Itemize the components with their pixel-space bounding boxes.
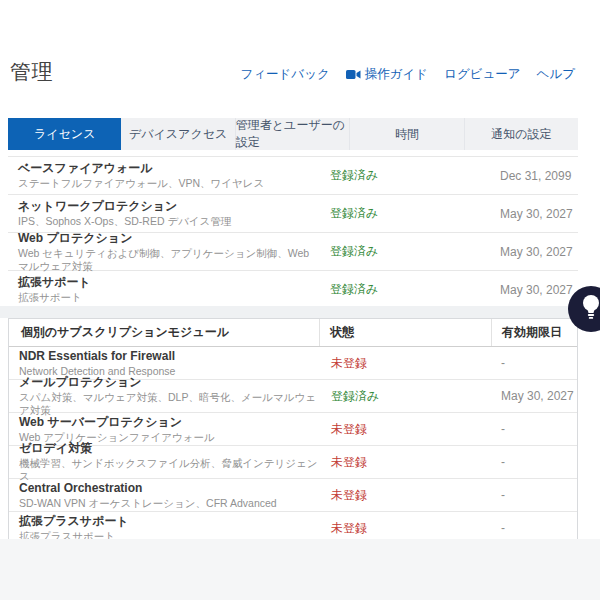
- tab-admin-user-settings[interactable]: 管理者とユーザーの設定: [236, 118, 350, 150]
- modules-table: 個別のサブスクリプションモジュール 状態 有効期限日 NDR Essential…: [8, 318, 578, 545]
- module-expiry: -: [491, 488, 577, 502]
- module-expiry: -: [491, 521, 577, 535]
- module-name: 拡張プラスサポート: [19, 514, 319, 529]
- module-description: SD-WAN VPN オーケストレーション、CFR Advanced: [19, 497, 319, 510]
- module-expiry: -: [491, 422, 577, 436]
- page-title: 管理: [10, 58, 53, 86]
- header-links: フィードバック 操作ガイド ログビューア ヘルプ: [240, 66, 575, 83]
- license-status: 登録済み: [318, 167, 490, 184]
- log-viewer-link[interactable]: ログビューア: [444, 66, 520, 83]
- license-table: ベースファイアウォール ステートフルファイアウォール、VPN、ワイヤレス 登録済…: [8, 156, 578, 309]
- module-name: メールプロテクション: [19, 375, 319, 390]
- module-name: Web サーバープロテクション: [19, 415, 319, 430]
- license-status: 登録済み: [318, 205, 490, 222]
- tab-licenses[interactable]: ライセンス: [8, 118, 121, 150]
- module-description: スパム対策、マルウェア対策、DLP、暗号化、メールマルウェア対策: [19, 391, 319, 417]
- module-name: NDR Essentials for Firewall: [19, 349, 319, 364]
- module-status: 未登録: [319, 355, 491, 372]
- license-name: ベースファイアウォール: [18, 161, 318, 176]
- license-description: IPS、Sophos X-Ops、SD-RED デバイス管理: [18, 215, 318, 228]
- module-expiry: -: [491, 356, 577, 370]
- table-row: 拡張サポート 拡張サポート 登録済み May 30, 2027: [8, 271, 578, 309]
- column-header-status-label: 状態: [320, 324, 354, 341]
- table-row: メールプロテクション スパム対策、マルウェア対策、DLP、暗号化、メールマルウェ…: [9, 380, 577, 413]
- feedback-link-label: フィードバック: [240, 66, 329, 83]
- module-name: ゼロデイ対策: [19, 441, 319, 456]
- module-name: Central Orchestration: [19, 481, 319, 496]
- lightbulb-icon: [580, 293, 600, 325]
- guide-link-label: 操作ガイド: [365, 66, 428, 83]
- column-header-status: 状態: [319, 319, 491, 346]
- license-expiry: Dec 31, 2099: [490, 169, 578, 183]
- page-background: [0, 539, 600, 600]
- tab-time[interactable]: 時間: [350, 118, 464, 150]
- tab-bar: ライセンス デバイスアクセス 管理者とユーザーの設定 時間 通知の設定: [8, 118, 578, 150]
- tab-device-access[interactable]: デバイスアクセス: [121, 118, 235, 150]
- license-name: Web プロテクション: [18, 231, 318, 246]
- module-status: 登録済み: [319, 388, 491, 405]
- module-expiry: May 30, 2027: [491, 389, 577, 403]
- license-status: 登録済み: [318, 243, 490, 260]
- module-status: 未登録: [319, 487, 491, 504]
- license-expiry: May 30, 2027: [490, 283, 578, 297]
- module-status: 未登録: [319, 454, 491, 471]
- log-viewer-link-label: ログビューア: [444, 66, 520, 83]
- license-description: ステートフルファイアウォール、VPN、ワイヤレス: [18, 177, 318, 190]
- license-expiry: May 30, 2027: [490, 207, 578, 221]
- column-header-expiry-label: 有効期限日: [492, 324, 562, 341]
- table-row: Web プロテクション Web セキュリティおよび制御、アプリケーション制御、W…: [8, 233, 578, 271]
- help-link[interactable]: ヘルプ: [537, 66, 575, 83]
- column-header-module: 個別のサブスクリプションモジュール: [9, 324, 319, 341]
- license-expiry: May 30, 2027: [490, 245, 578, 259]
- help-link-label: ヘルプ: [537, 66, 575, 83]
- table-row: ベースファイアウォール ステートフルファイアウォール、VPN、ワイヤレス 登録済…: [8, 157, 578, 195]
- table-row: ゼロデイ対策 機械学習、サンドボックスファイル分析、脅威インテリジェンス 未登録…: [9, 446, 577, 479]
- table-row: ネットワークプロテクション IPS、Sophos X-Ops、SD-RED デバ…: [8, 195, 578, 233]
- tab-notification-settings[interactable]: 通知の設定: [465, 118, 578, 150]
- module-status: 未登録: [319, 421, 491, 438]
- guide-link[interactable]: 操作ガイド: [346, 66, 428, 83]
- module-description: 機械学習、サンドボックスファイル分析、脅威インテリジェンス: [19, 457, 319, 483]
- module-status: 未登録: [319, 520, 491, 537]
- video-camera-icon: [346, 69, 361, 80]
- license-name: 拡張サポート: [18, 275, 318, 290]
- module-expiry: -: [491, 455, 577, 469]
- license-status: 登録済み: [318, 281, 490, 298]
- feedback-link[interactable]: フィードバック: [240, 66, 329, 83]
- license-description: Web セキュリティおよび制御、アプリケーション制御、Web マルウェア対策: [18, 247, 318, 273]
- column-header-expiry: 有効期限日: [491, 319, 577, 346]
- table-row: Central Orchestration SD-WAN VPN オーケストレー…: [9, 479, 577, 512]
- license-description: 拡張サポート: [18, 291, 318, 304]
- modules-table-header: 個別のサブスクリプションモジュール 状態 有効期限日: [9, 319, 577, 347]
- section-divider: [0, 306, 600, 318]
- license-name: ネットワークプロテクション: [18, 199, 318, 214]
